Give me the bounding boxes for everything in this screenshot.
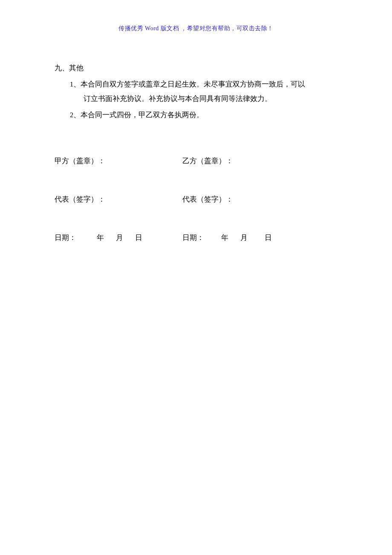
list-item: 2、本合同一式四份，甲乙双方各执两份。 xyxy=(55,109,339,121)
month-unit: 月 xyxy=(240,234,248,242)
year-unit: 年 xyxy=(97,234,104,242)
list-number: 2、 xyxy=(70,111,81,119)
list-number: 1、 xyxy=(70,80,81,88)
day-unit: 日 xyxy=(265,234,272,242)
document-page: 传播优秀 Word 版文档 ，希望对您有帮助，可双击去除！ 九、其他 1、本合同… xyxy=(0,0,392,555)
section-heading: 九、其他 xyxy=(55,62,339,75)
header-watermark-note: 传播优秀 Word 版文档 ，希望对您有帮助，可双击去除！ xyxy=(0,25,392,32)
month-unit: 月 xyxy=(116,234,123,242)
date-label-a: 日期： xyxy=(55,234,76,242)
list-text-line1: 本合同自双方签字或盖章之日起生效。未尽事宜双方协商一致后，可以 xyxy=(81,80,305,88)
rep-b-sign-label: 代表（签字）： xyxy=(182,193,339,206)
signature-block: 甲方（盖章）： 乙方（盖章）： 代表（签字）： 代表（签字）： 日期：年月日 日… xyxy=(55,155,339,244)
date-right: 日期：年月日 xyxy=(182,231,339,244)
signature-row-sign: 代表（签字）： 代表（签字）： xyxy=(55,193,339,206)
list-item: 1、本合同自双方签字或盖章之日起生效。未尽事宜双方协商一致后，可以 订立书面补充… xyxy=(55,78,339,105)
party-b-seal-label: 乙方（盖章）： xyxy=(182,155,339,168)
date-left: 日期：年月日 xyxy=(55,231,182,244)
party-a-seal-label: 甲方（盖章）： xyxy=(55,155,182,168)
list-text-line1: 本合同一式四份，甲乙双方各执两份。 xyxy=(81,111,204,119)
day-unit: 日 xyxy=(135,234,142,242)
signature-row-seal: 甲方（盖章）： 乙方（盖章）： xyxy=(55,155,339,168)
date-row: 日期：年月日 日期：年月日 xyxy=(55,231,339,244)
rep-a-sign-label: 代表（签字）： xyxy=(55,193,182,206)
document-content: 九、其他 1、本合同自双方签字或盖章之日起生效。未尽事宜双方协商一致后，可以 订… xyxy=(55,62,339,244)
list-text-line2: 订立书面补充协议。补充协议与本合同具有同等法律效力。 xyxy=(70,92,339,105)
date-label-b: 日期： xyxy=(182,234,204,242)
year-unit: 年 xyxy=(221,234,228,242)
